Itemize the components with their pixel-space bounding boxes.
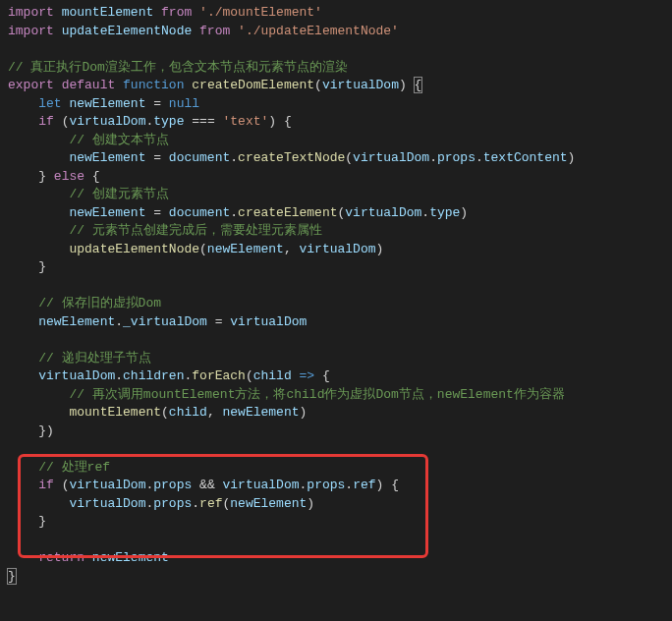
code-token: virtualDom bbox=[38, 368, 115, 383]
code-token: ) bbox=[460, 205, 468, 220]
code-line[interactable]: // 再次调用mountElement方法，将child作为虚拟Dom节点，ne… bbox=[8, 386, 664, 405]
code-token: './mountElement' bbox=[199, 5, 322, 20]
code-token: if bbox=[38, 478, 54, 492]
code-line[interactable]: } bbox=[8, 258, 664, 277]
code-token: } bbox=[38, 514, 46, 529]
code-token: && bbox=[192, 478, 222, 492]
code-token: // 真正执行Dom渲染工作，包含文本节点和元素节点的渲染 bbox=[8, 60, 348, 75]
code-token: virtualDom bbox=[299, 242, 375, 256]
code-line[interactable]: newElement = document.createTextNode(vir… bbox=[8, 149, 664, 168]
code-token bbox=[192, 24, 199, 38]
code-line[interactable] bbox=[8, 277, 664, 296]
code-token: // 再次调用mountElement方法，将child作为虚拟Dom节点，ne… bbox=[69, 387, 564, 402]
code-token: }) bbox=[38, 423, 54, 438]
code-line[interactable]: // 创建元素节点 bbox=[8, 186, 664, 204]
code-token: props bbox=[307, 478, 345, 492]
code-token: 'text' bbox=[223, 114, 269, 129]
code-token: ) bbox=[568, 150, 576, 165]
code-token: ( bbox=[345, 150, 353, 165]
code-token: ref bbox=[199, 496, 222, 511]
code-line[interactable]: newElement._virtualDom = virtualDom bbox=[8, 313, 664, 332]
code-token: document bbox=[169, 205, 230, 220]
code-line[interactable]: virtualDom.children.forEach(child => { bbox=[8, 367, 664, 386]
code-token: import bbox=[8, 5, 54, 20]
code-token bbox=[54, 5, 62, 20]
code-token: ( bbox=[314, 78, 322, 92]
code-token bbox=[54, 78, 62, 92]
code-token: return bbox=[38, 550, 84, 565]
code-token: } bbox=[38, 259, 46, 274]
code-token: ) { bbox=[376, 478, 399, 492]
code-token: textContent bbox=[483, 150, 568, 165]
code-line[interactable]: } bbox=[8, 513, 664, 532]
code-line[interactable]: if (virtualDom.type === 'text') { bbox=[8, 113, 664, 132]
code-token: { bbox=[84, 169, 100, 184]
code-line[interactable]: // 真正执行Dom渲染工作，包含文本节点和元素节点的渲染 bbox=[8, 59, 664, 78]
code-token: newElement bbox=[222, 405, 299, 420]
code-token: props bbox=[437, 150, 476, 165]
code-token: ) bbox=[307, 496, 314, 511]
code-line[interactable]: virtualDom.props.ref(newElement) bbox=[8, 495, 664, 514]
code-token: newElement bbox=[230, 496, 307, 511]
code-line[interactable]: if (virtualDom.props && virtualDom.props… bbox=[8, 477, 664, 495]
code-line[interactable]: // 元素节点创建完成后，需要处理元素属性 bbox=[8, 222, 664, 241]
code-token: ( bbox=[54, 478, 70, 492]
code-token: virtualDom bbox=[230, 314, 307, 329]
code-token bbox=[153, 5, 161, 20]
code-line[interactable]: updateElementNode(newElement, virtualDom… bbox=[8, 241, 664, 259]
code-token: ) bbox=[300, 405, 308, 420]
code-line[interactable]: // 保存旧的虚拟Dom bbox=[8, 295, 664, 313]
code-line[interactable]: import mountElement from './mountElement… bbox=[8, 4, 664, 23]
code-token: . bbox=[115, 368, 123, 383]
code-token bbox=[192, 5, 199, 20]
code-token: = bbox=[145, 205, 168, 220]
code-token: newElement bbox=[92, 550, 169, 565]
code-line[interactable]: } bbox=[8, 568, 664, 587]
code-token: virtualDom bbox=[69, 478, 145, 492]
code-line[interactable]: mountElement(child, newElement) bbox=[8, 404, 664, 423]
code-token: newElement bbox=[207, 242, 284, 256]
code-line[interactable]: } else { bbox=[8, 168, 664, 187]
code-line[interactable]: // 递归处理子节点 bbox=[8, 350, 664, 368]
code-token: let bbox=[38, 96, 61, 111]
code-token: from bbox=[161, 5, 192, 20]
code-token: props bbox=[153, 496, 192, 511]
code-token: type bbox=[429, 205, 460, 220]
code-line[interactable]: newElement = document.createElement(virt… bbox=[8, 204, 664, 223]
code-editor[interactable]: import mountElement from './mountElement… bbox=[8, 4, 664, 586]
code-token: } bbox=[7, 568, 17, 585]
code-line[interactable] bbox=[8, 40, 664, 59]
code-token: { bbox=[414, 77, 423, 93]
code-token: = bbox=[145, 150, 168, 165]
code-token: virtualDom bbox=[69, 496, 145, 511]
code-token: // 创建文本节点 bbox=[69, 133, 168, 147]
code-token: = bbox=[207, 314, 230, 329]
code-line[interactable]: return newElement bbox=[8, 549, 664, 568]
code-token bbox=[230, 24, 238, 38]
code-token: null bbox=[169, 96, 199, 111]
code-line[interactable] bbox=[8, 331, 664, 350]
code-line[interactable]: // 处理ref bbox=[8, 459, 664, 478]
code-token bbox=[54, 24, 62, 38]
code-token: virtualDom bbox=[223, 478, 300, 492]
code-token: createTextNode bbox=[238, 150, 345, 165]
code-token bbox=[115, 78, 123, 92]
code-line[interactable] bbox=[8, 440, 664, 459]
code-token: } bbox=[38, 169, 54, 184]
code-line[interactable] bbox=[8, 532, 664, 550]
code-token: ) bbox=[399, 78, 415, 92]
code-token: updateElementNode bbox=[62, 24, 193, 38]
code-token: { bbox=[314, 368, 330, 383]
code-token: child bbox=[169, 405, 207, 420]
code-token bbox=[84, 550, 92, 565]
code-line[interactable]: import updateElementNode from './updateE… bbox=[8, 23, 664, 41]
code-line[interactable]: export default function createDomElement… bbox=[8, 77, 664, 95]
code-token: else bbox=[54, 169, 84, 184]
code-token: . bbox=[230, 205, 238, 220]
code-line[interactable]: }) bbox=[8, 423, 664, 441]
code-line[interactable]: // 创建文本节点 bbox=[8, 132, 664, 150]
code-token: newElement bbox=[69, 205, 145, 220]
code-token: virtualDom bbox=[353, 150, 429, 165]
code-token: // 递归处理子节点 bbox=[38, 351, 150, 366]
code-line[interactable]: let newElement = null bbox=[8, 95, 664, 114]
